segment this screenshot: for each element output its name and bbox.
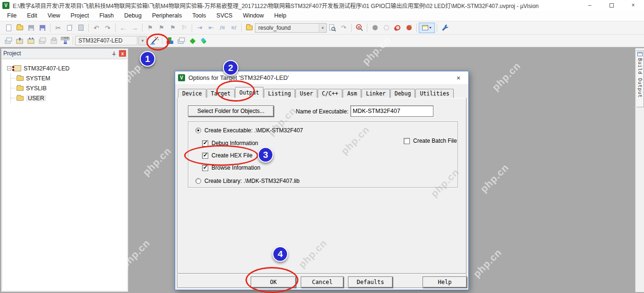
folder-icon [17,76,24,81]
quick-find-icon[interactable]: d [354,22,365,34]
kill-all-breakpoints-icon[interactable] [403,22,415,34]
stop-build-icon[interactable] [48,35,59,46]
run-time-environment-icon[interactable]: ◆ [187,35,198,46]
previous-bookmark-icon[interactable]: ⚑ [167,22,178,34]
rebuild-icon[interactable] [25,35,37,46]
menu-tools[interactable]: Tools [187,11,211,20]
create-library-radio[interactable] [195,178,201,184]
target-select-combo[interactable]: STM32F407-LED [75,36,137,45]
tab-output[interactable]: Output [235,87,263,98]
menu-window[interactable]: Window [237,11,269,20]
save-all-icon[interactable] [37,22,48,34]
cancel-button[interactable]: Cancel [301,276,344,288]
create-executable-radio-row[interactable]: Create Executable: .\MDK-STM32F407 [195,127,303,134]
create-hex-row[interactable]: Create HEX File [202,152,253,159]
tree-item-system[interactable]: SYSTEM [11,73,127,83]
comment-selection-icon[interactable]: /≡ [217,22,228,34]
menu-project[interactable]: Project [66,11,94,20]
open-file-icon[interactable] [14,22,25,34]
uncomment-selection-icon[interactable]: ≡/ [228,22,239,34]
tree-item-user[interactable]: USER [11,93,127,103]
menu-help[interactable]: Help [269,11,292,20]
manage-project-items-icon[interactable] [164,35,176,46]
configure-wrench-icon[interactable] [439,22,450,34]
defaults-button[interactable]: Defaults [348,276,393,288]
maximize-button[interactable] [601,0,622,10]
debug-information-row[interactable]: Debug Information [202,140,258,146]
debug-information-checkbox[interactable] [202,140,208,146]
disable-all-breakpoints-icon[interactable] [392,22,403,34]
translate-icon[interactable] [3,35,14,46]
cut-icon[interactable]: ✂ [52,22,64,34]
target-dropdown-button[interactable]: ▾ [138,36,147,45]
clear-bookmarks-icon[interactable]: ⚐ [178,22,190,34]
download-load-icon[interactable]: LOAD ⇊ [59,35,71,46]
unindent-icon[interactable]: ⇤ [205,22,217,34]
window-layout-button[interactable]: ▾ [419,23,435,33]
find-next-icon[interactable]: ↷ [338,22,349,34]
menu-edit[interactable]: Edit [22,11,42,20]
tree-root-target[interactable]: − STM32F407-LED [7,63,127,73]
file-extensions-icon[interactable] [176,35,187,46]
insert-breakpoint-icon[interactable] [369,22,381,34]
navigate-forward-icon[interactable]: → [129,22,140,34]
search-folder-icon[interactable] [244,22,255,34]
tab-linker[interactable]: Linker [362,89,390,98]
save-icon[interactable] [25,22,37,34]
dialog-titlebar[interactable]: V Options for Target 'STM32F407-LED' × [175,71,468,84]
find-in-files-combo[interactable]: resolv_found ▾ [255,23,327,33]
next-bookmark-icon[interactable]: ⚑ [156,22,167,34]
close-button[interactable]: × [622,0,644,10]
undo-icon[interactable]: ↶ [91,22,102,34]
redo-icon[interactable]: ↷ [102,22,113,34]
find-in-files-icon[interactable] [327,22,338,34]
tree-item-syslib[interactable]: SYSLIB [11,83,127,93]
tab-cpp[interactable]: C/C++ [318,89,343,98]
indent-icon[interactable]: ⇥ [194,22,205,34]
batch-build-icon[interactable] [37,35,48,46]
create-batch-checkbox[interactable] [404,138,410,144]
dialog-title: Options for Target 'STM32F407-LED' [188,74,451,81]
new-file-icon[interactable] [3,22,14,34]
disable-breakpoint-icon[interactable] [381,22,392,34]
build-icon[interactable] [14,35,25,46]
browse-information-checkbox[interactable] [202,165,208,171]
options-for-target-wand-icon[interactable] [149,35,160,46]
navigate-back-icon[interactable]: ← [118,22,129,34]
tab-user[interactable]: User [296,89,317,98]
tab-asm[interactable]: Asm [343,89,361,98]
collapse-icon[interactable]: − [7,66,11,70]
select-folder-button[interactable]: Select Folder for Objects... [188,105,274,117]
create-hex-checkbox[interactable] [202,153,208,159]
create-executable-radio[interactable] [195,128,201,133]
menu-view[interactable]: View [42,11,66,20]
pin-icon[interactable] [110,50,117,57]
menu-flash[interactable]: Flash [94,11,119,20]
tab-listing[interactable]: Listing [264,89,295,98]
paste-icon[interactable] [75,22,86,34]
menu-file[interactable]: File [2,11,22,20]
ok-button[interactable]: OK [251,276,296,288]
tab-device[interactable]: Device [178,89,206,98]
name-of-executable-input[interactable] [350,105,433,117]
search-dropdown-icon[interactable]: ▾ [319,24,326,32]
project-panel-close-icon[interactable]: x [119,50,126,57]
build-output-tab[interactable]: Build Output [636,51,644,107]
create-batch-row[interactable]: Create Batch File [404,138,457,144]
build-output-label: Build Output [637,58,643,98]
menu-svcs[interactable]: SVCS [211,11,237,20]
copy-icon[interactable] [64,22,75,34]
search-input[interactable]: resolv_found [255,25,319,31]
browse-information-row[interactable]: Browse Information [202,164,260,171]
help-button[interactable]: Help [423,276,467,288]
tab-target[interactable]: Target [207,89,235,98]
tab-debug[interactable]: Debug [390,89,415,98]
tab-utilities[interactable]: Utilities [415,89,453,98]
insert-bookmark-icon[interactable]: ⚑ [144,22,156,34]
create-library-radio-row[interactable]: Create Library: .\MDK-STM32F407.lib [195,178,299,184]
menu-peripherals[interactable]: Peripherals [147,11,187,20]
menu-debug[interactable]: Debug [119,11,147,20]
minimize-button[interactable]: – [579,0,601,10]
dialog-close-icon[interactable]: × [451,74,466,82]
multi-project-workspace-icon[interactable]: ◆ [198,35,210,46]
